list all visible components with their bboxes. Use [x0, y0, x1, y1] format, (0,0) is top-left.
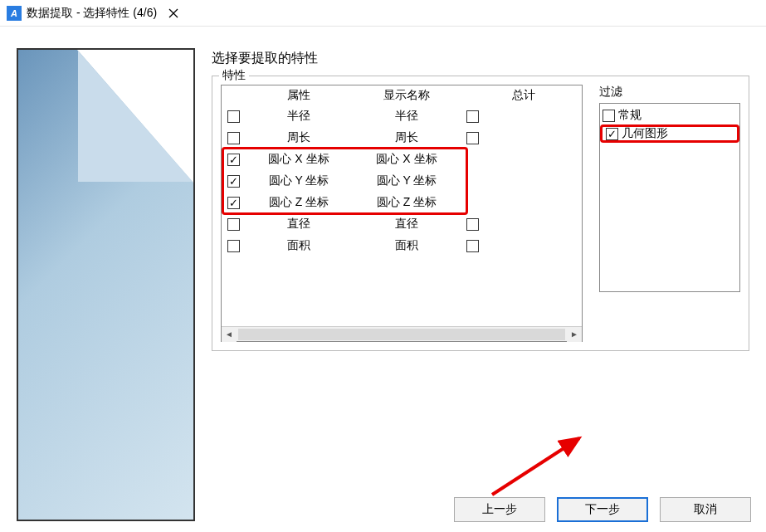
property-display-name[interactable]: 圆心 X 坐标 [353, 152, 461, 167]
property-checkbox[interactable] [227, 154, 240, 166]
property-attribute: 直径 [245, 217, 353, 232]
property-checkbox[interactable] [227, 240, 240, 252]
header-attribute: 属性 [245, 88, 353, 103]
close-icon [168, 8, 178, 18]
property-display-name[interactable]: 直径 [353, 217, 461, 232]
property-checkbox[interactable] [227, 218, 240, 231]
property-checkbox[interactable] [227, 110, 240, 123]
property-display-name[interactable]: 面积 [353, 238, 461, 253]
property-total-checkbox[interactable] [466, 132, 479, 144]
horizontal-scrollbar[interactable]: ◄ ► [222, 326, 582, 341]
titlebar: A 数据提取 - 选择特性 (4/6) [0, 0, 766, 27]
property-row: 圆心 Z 坐标 圆心 Z 坐标 [222, 192, 582, 213]
property-total-checkbox[interactable] [466, 110, 479, 123]
next-button[interactable]: 下一步 [557, 497, 648, 522]
scroll-left-button[interactable]: ◄ [222, 327, 237, 342]
property-total-checkbox[interactable] [466, 240, 479, 252]
filter-area: 过滤 常规 几何图形 [599, 85, 740, 342]
header-total: 总计 [484, 88, 564, 103]
property-attribute: 圆心 Z 坐标 [245, 195, 353, 210]
property-total-checkbox[interactable] [466, 218, 479, 231]
property-checkbox[interactable] [227, 132, 240, 144]
properties-header-row: 属性 显示名称 总计 [222, 85, 582, 105]
property-row: 直径 直径 [222, 213, 582, 235]
property-row: 半径 半径 [222, 105, 582, 127]
property-attribute: 圆心 X 坐标 [245, 152, 353, 167]
property-display-name[interactable]: 圆心 Y 坐标 [353, 173, 461, 188]
close-button[interactable] [157, 0, 190, 27]
scroll-track[interactable] [238, 329, 565, 340]
property-attribute: 半径 [245, 109, 353, 124]
window-title: 数据提取 - 选择特性 (4/6) [27, 6, 157, 21]
instructions-label: 选择要提取的特性 [212, 50, 749, 67]
footer-buttons: 上一步 下一步 取消 [454, 497, 751, 522]
property-attribute: 圆心 Y 坐标 [245, 173, 353, 188]
back-button[interactable]: 上一步 [454, 497, 545, 522]
property-display-name[interactable]: 圆心 Z 坐标 [353, 195, 461, 210]
filter-item-label: 几何图形 [622, 126, 668, 141]
page-curl-decoration [77, 50, 193, 183]
filter-item[interactable]: 常规 [603, 106, 737, 124]
properties-group-title: 特性 [219, 68, 249, 83]
property-checkbox[interactable] [227, 175, 240, 188]
filter-checkbox[interactable] [603, 110, 615, 122]
app-icon: A [7, 6, 22, 21]
property-row: 周长 周长 [222, 127, 582, 149]
property-row: 圆心 Y 坐标 圆心 Y 坐标 [222, 170, 582, 192]
dialog-content: 选择要提取的特性 特性 属性 显示名称 总计 [0, 27, 766, 521]
cancel-button[interactable]: 取消 [660, 497, 751, 522]
property-row: 圆心 X 坐标 圆心 X 坐标 [222, 149, 582, 170]
header-display-name: 显示名称 [353, 88, 461, 103]
scroll-right-button[interactable]: ► [567, 327, 582, 342]
property-display-name[interactable]: 半径 [353, 109, 461, 124]
property-checkbox[interactable] [227, 197, 240, 209]
property-attribute: 周长 [245, 130, 353, 145]
property-row: 面积 面积 [222, 235, 582, 256]
properties-table: 属性 显示名称 总计 半径 半径 [221, 85, 583, 342]
filter-item-label: 常规 [618, 108, 642, 123]
property-attribute: 面积 [245, 238, 353, 253]
filter-item[interactable]: 几何图形 [600, 124, 739, 143]
property-display-name[interactable]: 周长 [353, 130, 461, 145]
properties-group: 特性 属性 显示名称 总计 [212, 76, 749, 351]
filter-label: 过滤 [599, 85, 740, 100]
filter-list: 常规 几何图形 [599, 103, 740, 292]
wizard-preview-image [17, 48, 195, 521]
right-pane: 选择要提取的特性 特性 属性 显示名称 总计 [212, 48, 749, 521]
filter-checkbox[interactable] [606, 128, 618, 140]
